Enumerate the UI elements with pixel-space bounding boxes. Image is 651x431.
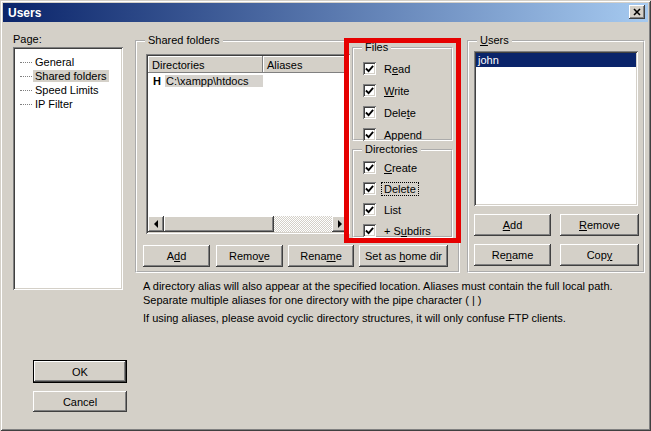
- user-rename-button[interactable]: Rename: [474, 244, 551, 266]
- checkbox-create-label: Create: [382, 162, 419, 174]
- column-header-directories[interactable]: Directories: [148, 56, 263, 73]
- sidebar-item-label: Speed Limits: [33, 84, 101, 96]
- check-icon: [365, 184, 374, 193]
- shared-add-button[interactable]: Add: [143, 245, 210, 267]
- checkbox-row-append: Append: [363, 127, 424, 142]
- checkbox-read[interactable]: [363, 62, 376, 75]
- checkbox-delete-dir[interactable]: [363, 182, 376, 195]
- directory-path: C:\xampp\htdocs: [165, 75, 263, 87]
- user-item-john[interactable]: john: [476, 53, 636, 67]
- check-icon: [365, 130, 374, 139]
- checkbox-write[interactable]: [363, 84, 376, 97]
- tree-connector: [20, 104, 32, 105]
- check-icon: [365, 64, 374, 73]
- check-icon: [365, 226, 374, 235]
- checkbox-row-create: Create: [363, 160, 419, 175]
- checkbox-append[interactable]: [363, 128, 376, 141]
- users-dialog: Users Page: General Shared folders Speed…: [0, 0, 651, 431]
- checkbox-read-label: Read: [382, 63, 412, 75]
- tree-connector: [20, 90, 32, 91]
- checkbox-row-delete-dir: Delete: [363, 181, 418, 196]
- sidebar-item-speed-limits[interactable]: Speed Limits: [16, 83, 101, 97]
- listview-header: Directories Aliases: [148, 56, 348, 73]
- sidebar-item-label: Shared folders: [33, 70, 109, 82]
- tree-connector: [20, 76, 32, 77]
- page-label: Page:: [13, 33, 42, 45]
- files-group-label: Files: [362, 41, 391, 54]
- cancel-button[interactable]: Cancel: [33, 391, 127, 412]
- page-list: General Shared folders Speed Limits IP F…: [13, 47, 123, 290]
- ok-button[interactable]: OK: [33, 360, 127, 383]
- check-icon: [365, 86, 374, 95]
- checkbox-append-label: Append: [382, 129, 424, 141]
- sidebar-item-label: General: [33, 56, 76, 68]
- user-name: john: [478, 54, 499, 66]
- set-as-home-dir-button[interactable]: Set as home dir: [359, 245, 448, 267]
- checkbox-delete-file-label: Delete: [382, 107, 418, 119]
- sidebar-item-ip-filter[interactable]: IP Filter: [16, 97, 75, 111]
- checkbox-row-read: Read: [363, 61, 412, 76]
- shared-remove-button[interactable]: Remove: [216, 245, 283, 267]
- sidebar-item-general[interactable]: General: [16, 55, 76, 69]
- shared-rename-button[interactable]: Rename: [288, 245, 354, 267]
- user-copy-button[interactable]: Copy: [560, 244, 639, 266]
- checkbox-create[interactable]: [363, 161, 376, 174]
- checkbox-row-write: Write: [363, 83, 411, 98]
- shared-folders-group-label: Shared folders: [145, 34, 223, 47]
- checkbox-delete-dir-label: Delete: [382, 183, 418, 195]
- close-icon: [633, 8, 641, 16]
- users-list: john: [474, 51, 638, 206]
- cyclic-help-text: If using aliases, please avoid cyclic di…: [143, 311, 651, 325]
- checkbox-list[interactable]: [363, 203, 376, 216]
- sidebar-item-label: IP Filter: [33, 98, 75, 110]
- check-icon: [365, 205, 374, 214]
- horizontal-scrollbar[interactable]: [148, 216, 348, 232]
- window-title: Users: [3, 6, 41, 20]
- checkbox-row-list: List: [363, 202, 403, 217]
- user-add-button[interactable]: Add: [474, 214, 551, 236]
- column-header-aliases[interactable]: Aliases: [263, 56, 348, 73]
- user-remove-button[interactable]: Remove: [560, 214, 639, 236]
- check-icon: [365, 163, 374, 172]
- users-group-label: Users: [477, 34, 512, 47]
- arrow-right-icon: [338, 220, 346, 228]
- sidebar-item-shared-folders[interactable]: Shared folders: [16, 69, 109, 83]
- directory-listview: Directories Aliases H C:\xampp\htdocs: [146, 54, 350, 234]
- checkbox-subdirs-label: + Subdirs: [382, 225, 433, 237]
- scroll-right-button[interactable]: [332, 216, 348, 232]
- title-bar[interactable]: Users: [3, 3, 648, 22]
- checkbox-write-label: Write: [382, 85, 411, 97]
- checkbox-row-subdirs: + Subdirs: [363, 223, 433, 238]
- scroll-left-button[interactable]: [148, 216, 164, 232]
- close-button[interactable]: [629, 5, 645, 19]
- home-directory-flag: H: [148, 75, 165, 87]
- checkbox-row-delete-file: Delete: [363, 105, 418, 120]
- scroll-thumb[interactable]: [164, 216, 274, 232]
- checkbox-delete-file[interactable]: [363, 106, 376, 119]
- directory-row[interactable]: H C:\xampp\htdocs: [148, 73, 263, 88]
- files-group: Files Read Write Delete Append: [352, 47, 453, 141]
- arrow-left-icon: [150, 220, 158, 228]
- checkbox-list-label: List: [382, 204, 403, 216]
- tree-connector: [20, 62, 32, 63]
- directories-group-label: Directories: [362, 143, 421, 156]
- check-icon: [365, 108, 374, 117]
- checkbox-subdirs[interactable]: [363, 224, 376, 237]
- alias-help-text: A directory alias will also appear at th…: [143, 279, 651, 307]
- directories-group: Directories Create Delete List + Subdirs: [352, 149, 453, 238]
